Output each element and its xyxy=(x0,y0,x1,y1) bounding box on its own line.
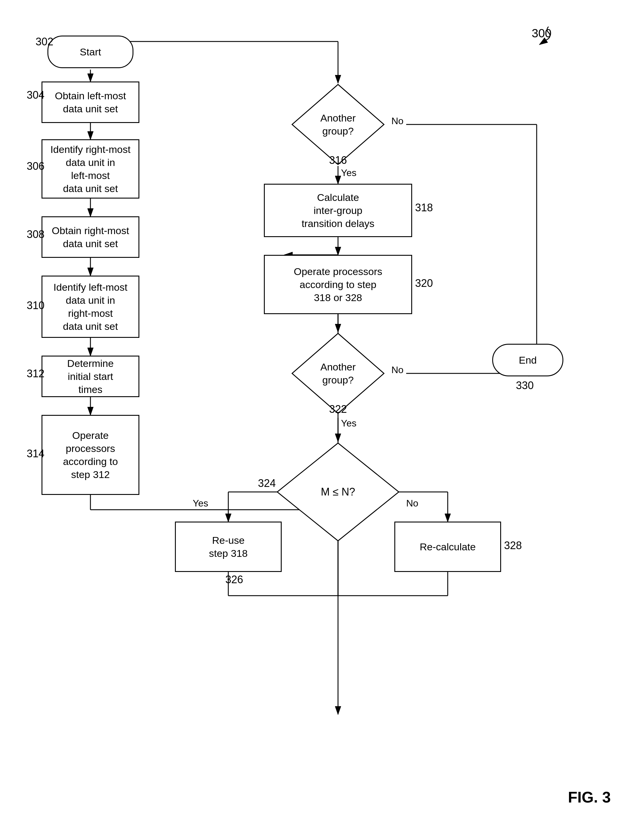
step-310: Identify left-mostdata unit inright-most… xyxy=(41,276,139,338)
step-306: Identify right-mostdata unit inleft-most… xyxy=(41,139,139,199)
ref-322: 322 xyxy=(329,403,347,416)
ref-324: 324 xyxy=(258,477,276,489)
ref-326: 326 xyxy=(225,574,243,586)
step-308: Obtain right-mostdata unit set xyxy=(41,216,139,258)
ref-314: 314 xyxy=(27,447,44,460)
ref-306: 306 xyxy=(27,160,44,172)
no-label-324: No xyxy=(406,498,418,509)
step-314: Operateprocessorsaccording tostep 312 xyxy=(41,415,139,495)
ref-318: 318 xyxy=(415,202,433,214)
ref-328: 328 xyxy=(504,539,522,552)
yes-label-322: Yes xyxy=(341,418,357,429)
step-312: Determineinitial starttimes xyxy=(41,356,139,397)
end-node: End xyxy=(492,344,563,376)
start-node: Start xyxy=(47,36,134,68)
ref-330: 330 xyxy=(516,380,534,392)
step-328: Re-calculate xyxy=(394,522,501,572)
diamond-324: M ≤ N? xyxy=(276,442,400,542)
diagram-container: Start 302 Obtain left-mostdata unit set … xyxy=(18,18,626,812)
no-label-316: No xyxy=(391,116,404,127)
diamond-316: Anothergroup? xyxy=(291,83,385,166)
step-326: Re-usestep 318 xyxy=(175,522,282,572)
ref-312: 312 xyxy=(27,367,44,380)
no-label-322: No xyxy=(391,364,404,375)
diamond-322: Anothergroup? xyxy=(291,332,385,415)
ref-320: 320 xyxy=(415,277,433,290)
ref-308: 308 xyxy=(27,228,44,241)
step-318: Calculateinter-grouptransition delays xyxy=(264,184,412,237)
ref-302: 302 xyxy=(36,36,53,48)
step-304: Obtain left-mostdata unit set xyxy=(41,82,139,123)
yes-label-324: Yes xyxy=(193,498,208,509)
ref-304: 304 xyxy=(27,89,44,101)
yes-label-316: Yes xyxy=(341,168,357,179)
ref-310: 310 xyxy=(27,299,44,312)
ref-316: 316 xyxy=(329,154,347,166)
figure-label: FIG. 3 xyxy=(568,788,611,806)
step-320: Operate processorsaccording to step318 o… xyxy=(264,255,412,314)
